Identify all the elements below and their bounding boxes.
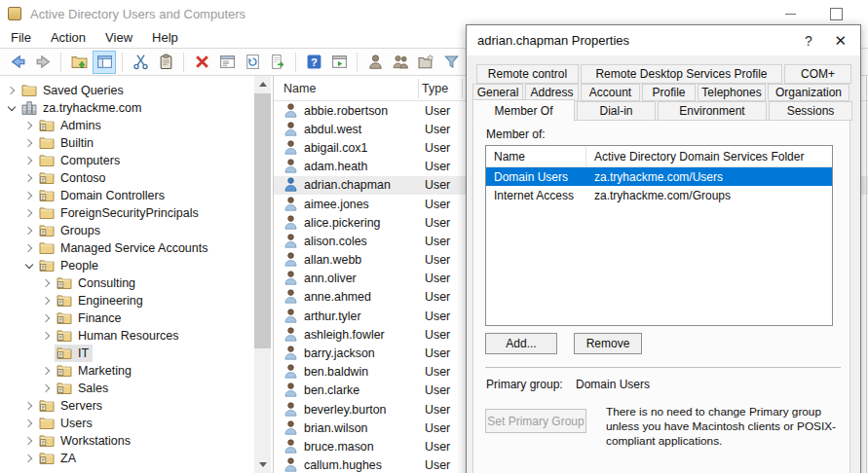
chevron-right-icon[interactable] [21,188,37,203]
tree-item-human-resources[interactable]: Human Resources [0,327,273,345]
maximize-button[interactable] [821,4,850,23]
tree-item-sales[interactable]: Sales [0,380,273,397]
new-window-icon[interactable] [327,51,351,74]
refresh-icon[interactable] [241,51,264,74]
chevron-right-icon[interactable] [39,363,55,379]
tree-item-users[interactable]: Users [0,415,273,432]
up-one-level-icon[interactable] [67,51,91,74]
tree-item-consulting[interactable]: Consulting [0,274,273,292]
tab-sessions[interactable]: Sessions [769,101,852,121]
tree-item-engineering[interactable]: Engineering [0,292,273,309]
tab-environment[interactable]: Environment [658,101,767,121]
tree-item-saved-queries[interactable]: Saved Queries [0,82,273,99]
tree-item-domain-controllers[interactable]: Domain Controllers [0,187,273,204]
tree-item-servers[interactable]: Servers [0,397,273,415]
tab-com-plus[interactable]: COM+ [784,64,851,84]
chevron-right-icon[interactable] [21,118,37,133]
tree-item-it[interactable]: IT [0,345,273,362]
chevron-right-icon[interactable] [21,153,37,168]
back-icon[interactable] [6,51,29,74]
tab-account[interactable]: Account [581,84,640,101]
chevron-right-icon[interactable] [21,451,37,466]
tab-member-of[interactable]: Member Of [472,99,575,122]
minimize-button[interactable] [775,4,805,23]
chevron-right-icon[interactable] [21,170,37,186]
column-header-name[interactable]: Name [283,82,316,95]
tree-item-computers[interactable]: Computers [0,152,273,169]
delete-icon[interactable] [190,51,213,74]
menu-action[interactable]: Action [41,28,95,47]
tree-item-marketing[interactable]: Marketing [0,362,273,380]
chevron-right-icon[interactable] [39,293,55,309]
remove-button[interactable]: Remove [574,333,642,354]
scroll-down-icon[interactable] [254,456,271,473]
user-icon [284,420,298,436]
help-icon[interactable] [302,51,325,74]
member-of-column-folder[interactable]: Active Directory Domain Services Folder [586,146,832,166]
chevron-right-icon[interactable] [39,328,55,344]
properties-icon[interactable] [215,51,239,74]
paste-icon[interactable] [154,51,177,74]
filter-icon[interactable] [439,51,463,74]
column-divider[interactable] [462,79,463,98]
tab-dial-in[interactable]: Dial-in [577,101,656,121]
scroll-up-icon[interactable] [254,76,271,92]
dialog-help-icon[interactable]: ? [796,33,821,49]
tab-remote-control[interactable]: Remote control [476,64,579,84]
dialog-title: adrian.chapman Properties [477,33,629,48]
tree-item-finance[interactable]: Finance [0,309,273,327]
chevron-right-icon[interactable] [21,433,37,449]
tree-scrollbar[interactable] [254,76,271,473]
chevron-right-icon[interactable] [21,205,37,221]
chevron-right-icon[interactable] [39,275,55,291]
show-console-tree-icon[interactable] [93,51,116,74]
chevron-right-icon[interactable] [4,83,19,98]
tree-item-workstations[interactable]: Workstations [0,432,273,450]
chevron-down-icon[interactable] [4,100,19,116]
add-button[interactable]: Add... [485,333,557,354]
chevron-right-icon[interactable] [21,416,37,431]
tree-item-managed-service-accounts[interactable]: Managed Service Accounts [0,239,273,257]
chevron-right-icon[interactable] [21,223,37,238]
cut-icon[interactable] [129,51,152,74]
user-icon [284,234,298,249]
chevron-right-icon[interactable] [39,310,55,326]
column-header-type[interactable]: Type [422,82,448,95]
member-of-row[interactable]: Internet Access za.tryhackme.com/Groups [486,186,832,204]
dialog-close-icon[interactable]: ✕ [821,32,847,50]
menu-file[interactable]: File [1,28,41,47]
tree-item-people[interactable]: People [0,257,273,274]
tree-item-admins[interactable]: Admins [0,117,273,134]
tree-item-foreign-security-principals[interactable]: ForeignSecurityPrincipals [0,204,273,222]
folder-icon [39,205,56,221]
tab-organization[interactable]: Organization [768,84,849,101]
tree-item-groups[interactable]: Groups [0,222,273,239]
tab-remote-desktop-services-profile[interactable]: Remote Desktop Services Profile [581,64,782,84]
chevron-right-icon[interactable] [21,135,37,151]
chevron-right-icon[interactable] [39,381,55,396]
chevron-right-icon[interactable] [21,398,37,414]
create-user-icon[interactable] [363,51,387,74]
column-divider[interactable] [418,79,419,98]
menu-view[interactable]: View [95,28,142,47]
create-group-icon[interactable] [389,51,412,74]
tab-profile[interactable]: Profile [642,84,696,101]
menu-help[interactable]: Help [142,28,188,47]
user-type: User [425,309,450,323]
export-list-icon[interactable] [266,51,289,74]
tree-item-za[interactable]: ZA [0,450,273,467]
tree-item-contoso[interactable]: Contoso [0,169,273,187]
forward-icon[interactable] [31,51,55,74]
set-primary-group-button[interactable]: Set Primary Group [485,409,586,433]
tree-item-label: ForeignSecurityPrincipals [60,206,199,220]
member-of-row-selected[interactable]: Domain Users za.tryhackme.com/Users [486,167,832,186]
scrollbar-thumb[interactable] [254,93,271,348]
member-of-column-name[interactable]: Name [486,146,586,166]
tab-telephones[interactable]: Telephones [698,84,766,101]
chevron-right-icon[interactable] [21,240,37,256]
tree-item-domain[interactable]: za.tryhackme.com [0,99,273,117]
group-folder: za.tryhackme.com/Groups [586,189,832,202]
tree-item-builtin[interactable]: Builtin [0,134,273,152]
chevron-down-icon[interactable] [21,258,37,273]
new-ou-icon[interactable] [414,51,437,74]
